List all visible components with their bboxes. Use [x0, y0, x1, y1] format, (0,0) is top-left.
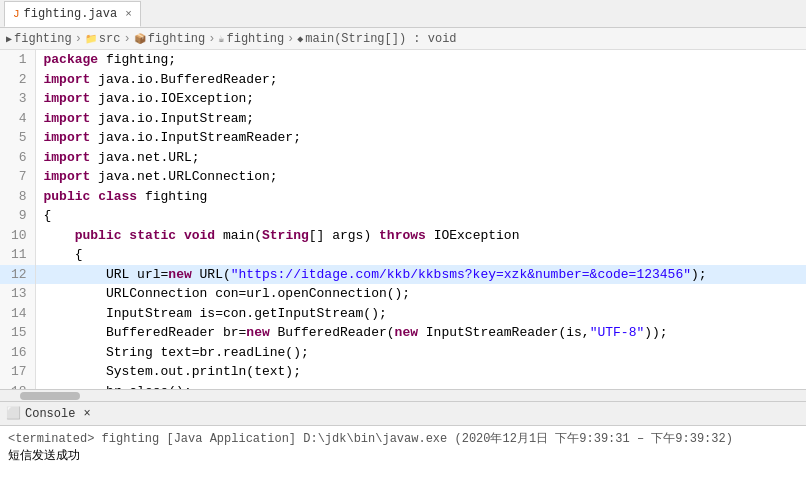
line-content: URL url=new URL("https://itdage.com/kkb/…	[35, 265, 806, 285]
table-row: 7import java.net.URLConnection;	[0, 167, 806, 187]
console-close-icon[interactable]: ×	[83, 407, 90, 421]
line-number: 11	[0, 245, 35, 265]
table-row: 2import java.io.BufferedReader;	[0, 70, 806, 90]
project-icon: ▶	[6, 33, 12, 45]
package-icon: 📦	[134, 33, 146, 45]
table-row: 16 String text=br.readLine();	[0, 343, 806, 363]
table-row: 4import java.io.InputStream;	[0, 109, 806, 129]
editor-scrollbar[interactable]	[0, 390, 806, 402]
line-content: package fighting;	[35, 50, 806, 70]
console-terminated-line: <terminated> fighting [Java Application]…	[8, 430, 798, 447]
line-number: 4	[0, 109, 35, 129]
line-content: import java.io.InputStream;	[35, 109, 806, 129]
table-row: 15 BufferedReader br=new BufferedReader(…	[0, 323, 806, 343]
line-content: br.close();	[35, 382, 806, 391]
scrollbar-thumb[interactable]	[20, 392, 80, 400]
table-row: 3import java.io.IOException;	[0, 89, 806, 109]
line-number: 13	[0, 284, 35, 304]
console-body: <terminated> fighting [Java Application]…	[0, 426, 806, 500]
code-table: 1package fighting;2import java.io.Buffer…	[0, 50, 806, 390]
line-number: 8	[0, 187, 35, 207]
line-content: public class fighting	[35, 187, 806, 207]
line-content: {	[35, 206, 806, 226]
line-content: import java.io.BufferedReader;	[35, 70, 806, 90]
breadcrumb-item-2[interactable]: 📁 src	[85, 32, 121, 46]
line-number: 1	[0, 50, 35, 70]
line-number: 9	[0, 206, 35, 226]
table-row: 18 br.close();	[0, 382, 806, 391]
line-content: import java.io.IOException;	[35, 89, 806, 109]
tab-label: fighting.java	[24, 7, 118, 21]
line-number: 5	[0, 128, 35, 148]
table-row: 14 InputStream is=con.getInputStream();	[0, 304, 806, 324]
line-number: 3	[0, 89, 35, 109]
table-row: 8public class fighting	[0, 187, 806, 207]
console-header: ⬜ Console ×	[0, 402, 806, 426]
line-number: 15	[0, 323, 35, 343]
line-content: public static void main(String[] args) t…	[35, 226, 806, 246]
class-icon: ☕	[218, 33, 224, 45]
code-editor[interactable]: 1package fighting;2import java.io.Buffer…	[0, 50, 806, 390]
tab-fighting-java[interactable]: J fighting.java ×	[4, 1, 141, 27]
line-number: 10	[0, 226, 35, 246]
table-row: 9{	[0, 206, 806, 226]
breadcrumb: ▶ fighting › 📁 src › 📦 fighting › ☕ figh…	[0, 28, 806, 50]
line-content: BufferedReader br=new BufferedReader(new…	[35, 323, 806, 343]
line-number: 17	[0, 362, 35, 382]
breadcrumb-item-3[interactable]: 📦 fighting	[134, 32, 206, 46]
line-number: 2	[0, 70, 35, 90]
breadcrumb-item-4[interactable]: ☕ fighting	[218, 32, 284, 46]
table-row: 1package fighting;	[0, 50, 806, 70]
method-icon: ◆	[297, 33, 303, 45]
table-row: 5import java.io.InputStreamReader;	[0, 128, 806, 148]
line-content: import java.net.URL;	[35, 148, 806, 168]
line-number: 12	[0, 265, 35, 285]
line-content: InputStream is=con.getInputStream();	[35, 304, 806, 324]
line-content: {	[35, 245, 806, 265]
console-output-line: 短信发送成功	[8, 447, 798, 464]
table-row: 17 System.out.println(text);	[0, 362, 806, 382]
tab-close-icon[interactable]: ×	[125, 8, 132, 20]
console-icon: ⬜	[6, 406, 21, 421]
breadcrumb-item-5[interactable]: ◆ main(String[]) : void	[297, 32, 456, 46]
console-label: Console	[25, 407, 75, 421]
src-icon: 📁	[85, 33, 97, 45]
table-row: 11 {	[0, 245, 806, 265]
table-row: 6import java.net.URL;	[0, 148, 806, 168]
table-row: 10 public static void main(String[] args…	[0, 226, 806, 246]
breadcrumb-item-1[interactable]: ▶ fighting	[6, 32, 72, 46]
line-number: 6	[0, 148, 35, 168]
tab-bar: J fighting.java ×	[0, 0, 806, 28]
line-content: URLConnection con=url.openConnection();	[35, 284, 806, 304]
table-row: 13 URLConnection con=url.openConnection(…	[0, 284, 806, 304]
line-content: String text=br.readLine();	[35, 343, 806, 363]
line-content: import java.net.URLConnection;	[35, 167, 806, 187]
line-content: System.out.println(text);	[35, 362, 806, 382]
table-row: 12 URL url=new URL("https://itdage.com/k…	[0, 265, 806, 285]
line-content: import java.io.InputStreamReader;	[35, 128, 806, 148]
line-number: 7	[0, 167, 35, 187]
line-number: 18	[0, 382, 35, 391]
line-number: 14	[0, 304, 35, 324]
line-number: 16	[0, 343, 35, 363]
java-file-icon: J	[13, 8, 20, 20]
